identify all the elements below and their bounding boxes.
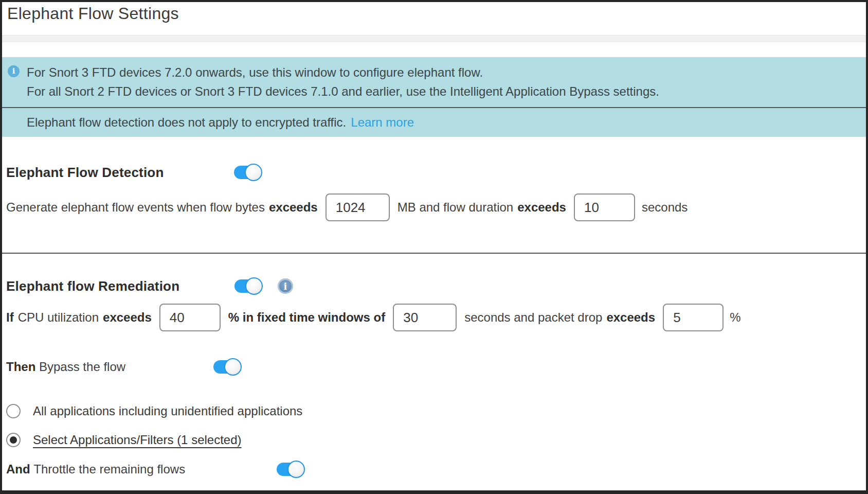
banner-line2: For all Snort 2 FTD devices or Snort 3 F…: [27, 82, 851, 101]
condition-bold-if: If: [6, 310, 14, 325]
header-divider-band: [2, 35, 866, 42]
then-row: Then Bypass the flow: [6, 358, 125, 376]
toggle-knob: [245, 164, 262, 181]
toggle-knob: [245, 277, 263, 295]
condition-text-2: seconds and packet drop: [464, 310, 602, 325]
banner-note-text: Elephant flow detection does not apply t…: [27, 115, 346, 130]
detection-bold-2: exceeds: [517, 200, 566, 215]
detection-label: Elephant Flow Detection: [6, 165, 164, 181]
detection-text-3: seconds: [642, 200, 688, 215]
remediation-header-row: Elephant flow Remediation: [6, 277, 179, 295]
radio-all-applications-label: All applications including unidentified …: [33, 404, 302, 418]
banner-line1: For Snort 3 FTD devices 7.2.0 onwards, u…: [27, 63, 851, 82]
flow-duration-input[interactable]: [574, 193, 635, 221]
elephant-flow-settings-window: Elephant Flow Settings i For Snort 3 FTD…: [0, 0, 868, 494]
throttle-toggle[interactable]: [277, 463, 301, 476]
condition-text-3: %: [730, 310, 740, 325]
banner-encrypted-note: Elephant flow detection does not apply t…: [2, 108, 866, 137]
banner-version-note: i For Snort 3 FTD devices 7.2.0 onwards,…: [2, 57, 866, 107]
packet-drop-input[interactable]: [663, 304, 724, 331]
cpu-utilization-input[interactable]: [159, 304, 221, 331]
remediation-label: Elephant flow Remediation: [6, 278, 179, 294]
page-title: Elephant Flow Settings: [7, 4, 179, 23]
time-window-input[interactable]: [393, 304, 457, 331]
detection-threshold-row: Generate elephant flow events when flow …: [6, 193, 688, 222]
radio-row-select-applications: Select Applications/Filters (1 selected): [6, 432, 242, 448]
condition-text-1: CPU utilization: [18, 310, 99, 325]
condition-bold-1: exceeds: [103, 310, 152, 325]
radio-row-all-applications: All applications including unidentified …: [6, 403, 302, 419]
remediation-toggle[interactable]: [234, 279, 259, 293]
and-label: Throttle the remaining flows: [33, 462, 185, 477]
learn-more-link[interactable]: Learn more: [351, 115, 414, 130]
detection-toggle[interactable]: [234, 166, 259, 179]
section-divider: [2, 253, 866, 254]
radio-select-applications[interactable]: [6, 433, 21, 447]
toggle-knob: [287, 461, 305, 478]
detection-bold-1: exceeds: [269, 200, 318, 215]
and-row: And Throttle the remaining flows: [6, 460, 185, 479]
detection-text-2: MB and flow duration: [397, 200, 513, 215]
condition-bold-3: exceeds: [606, 310, 655, 325]
toggle-knob: [224, 358, 242, 376]
info-icon: i: [8, 65, 20, 77]
detection-header-row: Elephant Flow Detection: [6, 163, 164, 182]
and-bold: And: [6, 462, 30, 477]
condition-bold-2: % in fixed time windows of: [228, 310, 385, 325]
remediation-info-icon[interactable]: i: [278, 278, 293, 294]
remediation-condition-row: IfCPU utilizationexceeds % in fixed time…: [6, 303, 740, 332]
then-bold: Then: [6, 360, 35, 374]
radio-all-applications[interactable]: [6, 404, 21, 418]
bypass-toggle[interactable]: [213, 360, 238, 374]
flow-bytes-input[interactable]: [326, 193, 390, 221]
select-applications-link[interactable]: Select Applications/Filters (1 selected): [33, 433, 242, 447]
detection-text-1: Generate elephant flow events when flow …: [6, 200, 265, 215]
then-label: Bypass the flow: [39, 360, 125, 374]
info-banner: i For Snort 3 FTD devices 7.2.0 onwards,…: [2, 57, 866, 137]
